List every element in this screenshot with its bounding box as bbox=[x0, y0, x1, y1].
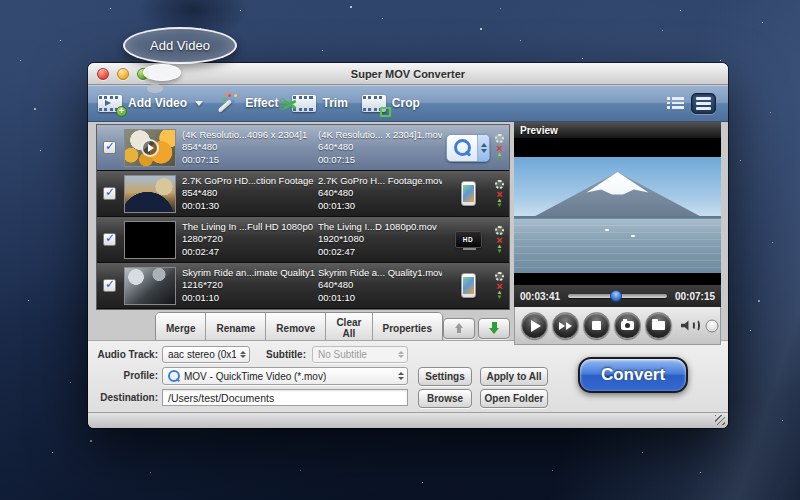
convert-button[interactable]: Convert bbox=[578, 357, 688, 393]
window-footer bbox=[88, 412, 728, 428]
volume-icon-group bbox=[681, 319, 700, 332]
fast-forward-button[interactable] bbox=[552, 312, 579, 339]
file-row-1[interactable]: ✓ (4K Resolutio...4096 x 2304]1 854*480 … bbox=[97, 125, 509, 170]
effect-label: Effect bbox=[245, 96, 278, 110]
detail-view-icon[interactable] bbox=[667, 97, 684, 109]
remove-button[interactable]: Remove bbox=[266, 313, 326, 343]
chevron-down-icon bbox=[195, 101, 203, 106]
profile-select[interactable]: MOV - QuickTime Video (*.mov) bbox=[162, 367, 408, 385]
total-time: 00:07:15 bbox=[675, 291, 715, 302]
move-down-icon[interactable]: ▼ bbox=[497, 157, 503, 162]
effect-button[interactable]: Effect bbox=[217, 93, 278, 113]
window-title: Super MOV Converter bbox=[88, 68, 728, 80]
crop-label: Crop bbox=[392, 96, 420, 110]
trim-label: Trim bbox=[322, 96, 347, 110]
preview-title: Preview bbox=[520, 125, 558, 136]
main-toolbar: + Add Video Effect Trim bbox=[88, 85, 728, 122]
quicktime-format-icon bbox=[446, 134, 490, 162]
row4-actions: × ▲▼ bbox=[495, 272, 504, 300]
reorder-buttons bbox=[443, 318, 510, 339]
row2-source-info: 2.7K GoPro HD...ction Footage 854*480 00… bbox=[182, 175, 316, 213]
row1-checkbox[interactable]: ✓ bbox=[103, 141, 116, 154]
move-down-icon[interactable]: ▼ bbox=[497, 203, 503, 208]
scissors-icon bbox=[282, 98, 298, 110]
row4-thumbnail bbox=[124, 267, 176, 305]
audio-track-label: Audio Track: bbox=[88, 349, 158, 360]
row4-checkbox[interactable]: ✓ bbox=[103, 279, 116, 292]
file-row-3[interactable]: ✓ The Living In ...Full HD 1080p0 1280*7… bbox=[97, 217, 509, 262]
clear-all-button[interactable]: Clear All bbox=[326, 313, 372, 343]
file-row-2[interactable]: ✓ 2.7K GoPro HD...ction Footage 854*480 … bbox=[97, 171, 509, 216]
add-video-button[interactable]: + Add Video bbox=[98, 95, 203, 112]
down-arrow-icon bbox=[489, 322, 499, 334]
browse-button[interactable]: Browse bbox=[418, 389, 472, 408]
hdtv-device-icon: HD bbox=[455, 231, 482, 248]
play-overlay-icon bbox=[141, 139, 159, 157]
trim-icon bbox=[292, 95, 316, 112]
rename-button[interactable]: Rename bbox=[206, 313, 266, 343]
tooltip-bubble-tail-small bbox=[147, 84, 163, 93]
destination-label: Destination: bbox=[88, 392, 158, 403]
row2-format-selector[interactable] bbox=[442, 181, 494, 206]
video-lake bbox=[514, 218, 721, 273]
list-view-icon-selected[interactable] bbox=[691, 93, 716, 114]
row1-format-selector[interactable] bbox=[442, 134, 494, 162]
preview-header: Preview bbox=[514, 122, 721, 139]
snapshot-button[interactable] bbox=[614, 312, 641, 339]
properties-button[interactable]: Properties bbox=[373, 313, 442, 343]
checkmark-icon: ✓ bbox=[105, 231, 115, 245]
stepper-icon bbox=[394, 372, 404, 380]
iphone-device-icon bbox=[461, 273, 476, 298]
preview-timebar: 00:03:41 00:07:15 bbox=[514, 285, 721, 307]
row4-format-selector[interactable] bbox=[442, 273, 494, 298]
row2-checkbox[interactable]: ✓ bbox=[103, 187, 116, 200]
resize-grip[interactable] bbox=[715, 415, 725, 425]
desktop-background: Add Video Super MOV Converter + Add Vide… bbox=[0, 0, 800, 500]
checkmark-icon: ✓ bbox=[105, 277, 115, 291]
folder-icon bbox=[652, 321, 665, 330]
row2-thumbnail bbox=[124, 175, 176, 213]
move-down-icon[interactable]: ▼ bbox=[497, 249, 503, 254]
seek-slider-knob[interactable] bbox=[610, 290, 622, 302]
view-toggle-group bbox=[667, 93, 716, 114]
open-folder-button[interactable]: Open Folder bbox=[480, 389, 548, 408]
add-video-icon: + bbox=[98, 95, 122, 112]
row3-thumbnail bbox=[124, 221, 176, 259]
move-down-icon[interactable]: ▼ bbox=[497, 295, 503, 300]
apply-to-all-button[interactable]: Apply to All bbox=[480, 367, 548, 386]
row1-source-info: (4K Resolutio...4096 x 2304]1 854*480 00… bbox=[182, 129, 316, 167]
add-video-tooltip-label: Add Video bbox=[150, 38, 210, 53]
crop-frame-icon bbox=[380, 107, 391, 117]
effect-wand-icon bbox=[217, 93, 239, 113]
stepper-icon bbox=[394, 351, 404, 359]
seek-slider[interactable] bbox=[568, 294, 667, 298]
crop-button[interactable]: Crop bbox=[362, 95, 420, 112]
play-button[interactable] bbox=[521, 312, 548, 339]
open-folder-round-button[interactable] bbox=[645, 312, 672, 339]
row3-output-info: The Living I...D 1080p0.mov 1920*1080 00… bbox=[318, 221, 442, 259]
subtitle-select[interactable]: No Subtitle bbox=[312, 346, 408, 363]
window-titlebar[interactable]: Super MOV Converter bbox=[88, 63, 728, 85]
audio-track-select[interactable]: aac stereo (0x1) bbox=[162, 346, 250, 363]
checkmark-icon: ✓ bbox=[105, 185, 115, 199]
playback-controls bbox=[514, 307, 721, 345]
move-down-button[interactable] bbox=[478, 318, 510, 339]
row3-format-selector[interactable]: HD bbox=[442, 231, 494, 248]
destination-input[interactable]: /Users/test/Documents bbox=[162, 389, 408, 406]
row3-checkbox[interactable]: ✓ bbox=[103, 233, 116, 246]
move-up-button[interactable] bbox=[443, 318, 475, 339]
row2-output-info: 2.7K GoPro H... Footage.mov 640*480 00:0… bbox=[318, 175, 442, 213]
trim-button[interactable]: Trim bbox=[292, 95, 347, 112]
row3-actions: × ▲▼ bbox=[495, 226, 504, 254]
volume-slider-knob[interactable] bbox=[706, 319, 719, 332]
row2-actions: × ▲▼ bbox=[495, 180, 504, 208]
stop-button[interactable] bbox=[583, 312, 610, 339]
file-row-4[interactable]: ✓ Skyrim Ride an...imate Quality1 1216*7… bbox=[97, 263, 509, 308]
row1-output-info: (4K Resolutio... x 2304]1.mov 640*480 00… bbox=[318, 129, 442, 167]
app-window: Super MOV Converter + Add Video Effect bbox=[88, 63, 728, 428]
settings-button[interactable]: Settings bbox=[418, 367, 472, 386]
merge-button[interactable]: Merge bbox=[156, 313, 206, 343]
quicktime-mini-icon bbox=[168, 370, 180, 382]
window-content: ✓ (4K Resolutio...4096 x 2304]1 854*480 … bbox=[88, 122, 728, 428]
volume-slider[interactable] bbox=[709, 324, 714, 327]
